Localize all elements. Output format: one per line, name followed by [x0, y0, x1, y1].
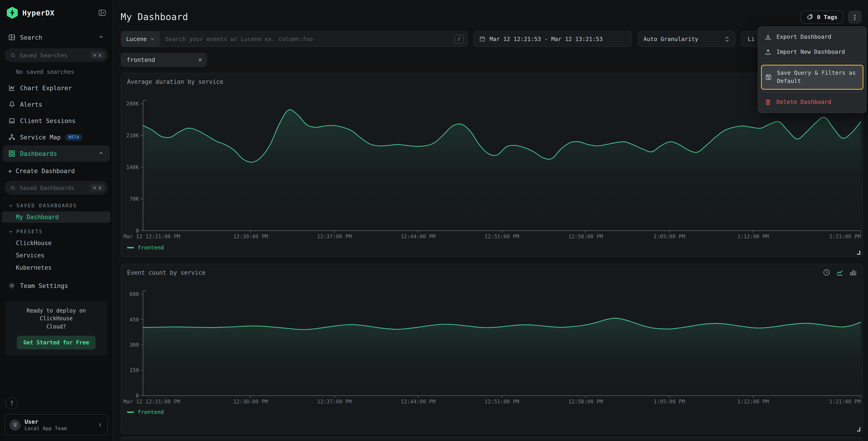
beta-badge: BETA — [65, 134, 83, 141]
menu-divider — [762, 62, 863, 62]
saved-dashboard-my-dashboard[interactable]: My Dashboard — [2, 211, 111, 223]
svg-text:150: 150 — [129, 368, 139, 373]
svg-text:300: 300 — [129, 342, 139, 348]
sidebar-item-chart-explorer[interactable]: Chart Explorer — [0, 80, 113, 96]
avg-duration-chart[interactable]: 070K140K210K280KMar 12 12:21:00 PM12:30:… — [121, 74, 863, 257]
tags-label: 0 Tags — [817, 14, 837, 21]
user-meta: User Local App Team — [25, 418, 93, 432]
panel-resize-handle[interactable] — [857, 427, 860, 432]
dashboard-menu: Export Dashboard Import New Dashboard Sa… — [758, 26, 867, 113]
live-tail-label: Li — [748, 35, 754, 42]
svg-text:12:30:00 PM: 12:30:00 PM — [234, 399, 268, 405]
menu-divider — [762, 92, 863, 92]
help-button[interactable]: ? — [5, 397, 18, 410]
search-icon — [10, 52, 16, 58]
user-name: User — [25, 418, 93, 425]
sidebar-collapse-icon[interactable] — [98, 9, 106, 17]
chart-panel-avg-duration: Average duration by service 070K140K210K… — [121, 73, 863, 257]
sidebar-item-label: Service Map — [20, 134, 61, 141]
svg-text:Mar 12 12:21:00 PM: Mar 12 12:21:00 PM — [123, 399, 180, 405]
bar-chart-icon[interactable] — [849, 269, 857, 276]
create-dashboard-label: + Create Dashboard — [8, 167, 75, 175]
saved-searches-field[interactable] — [20, 52, 87, 59]
menu-item-label: Import New Dashboard — [776, 48, 845, 57]
filter-row: Lucene / Mar 12 12:21:53 - Mar 12 13:21:… — [121, 31, 863, 47]
sidebar-item-dashboards[interactable]: Dashboards — [3, 145, 110, 162]
query-language-select[interactable]: Lucene — [121, 31, 160, 47]
svg-text:0: 0 — [136, 228, 139, 234]
section-saved-dashboards[interactable]: SAVED DASHBOARDS — [0, 197, 113, 211]
event-count-chart[interactable]: 0150300450600Mar 12 12:21:00 PM12:30:00 … — [121, 264, 863, 433]
logo-row: HyperDX — [0, 0, 113, 23]
menu-item-label: Export Dashboard — [776, 33, 831, 41]
chart-explorer-icon — [8, 84, 16, 92]
no-saved-searches-text: No saved searches — [0, 65, 113, 80]
svg-text:Mar 12 12:21:00 PM: Mar 12 12:21:00 PM — [123, 234, 180, 239]
section-presets[interactable]: PRESETS — [0, 223, 113, 237]
chevron-up-icon — [98, 150, 104, 157]
dashboard-menu-button[interactable] — [848, 10, 862, 24]
saved-searches-input[interactable]: ⌘ K — [5, 48, 108, 62]
sidebar-item-label: Search — [20, 34, 42, 41]
svg-text:450: 450 — [129, 317, 139, 323]
tags-button[interactable]: 0 Tags — [801, 10, 843, 24]
download-icon — [765, 34, 771, 40]
query-language-label: Lucene — [126, 35, 147, 42]
saved-dashboards-input[interactable]: ⌘ K — [5, 181, 108, 195]
svg-text:0: 0 — [136, 393, 139, 399]
clock-icon[interactable] — [823, 269, 830, 276]
laptop-icon — [8, 117, 16, 124]
chevron-up-icon — [98, 33, 104, 41]
panel-resize-handle[interactable] — [857, 251, 860, 255]
svg-text:1:12:00 PM: 1:12:00 PM — [737, 234, 769, 239]
gear-icon — [8, 282, 16, 289]
sidebar-item-alerts[interactable]: Alerts — [0, 96, 113, 113]
hyperdx-logo-icon — [6, 7, 18, 19]
save-icon — [765, 74, 772, 81]
upload-icon — [765, 49, 771, 55]
page-title: My Dashboard — [113, 0, 868, 22]
kebab-icon — [851, 13, 858, 21]
chevron-right-icon — [97, 422, 103, 428]
svg-text:12:58:00 PM: 12:58:00 PM — [568, 234, 603, 239]
search-bar: Lucene / — [121, 31, 468, 47]
menu-item-delete-dashboard[interactable]: Delete Dashboard — [761, 95, 863, 110]
granularity-value: Auto Granularity — [644, 35, 699, 42]
svg-text:12:58:00 PM: 12:58:00 PM — [568, 399, 603, 405]
chart-panel-partial — [121, 437, 863, 441]
svg-text:12:51:00 PM: 12:51:00 PM — [485, 234, 519, 239]
user-card[interactable]: U User Local App Team — [5, 414, 108, 436]
sidebar-item-service-map[interactable]: Service Map BETA — [0, 129, 113, 145]
saved-dashboards-field[interactable] — [20, 184, 87, 191]
svg-text:12:30:00 PM: 12:30:00 PM — [234, 234, 268, 239]
preset-clickhouse[interactable]: ClickHouse — [0, 237, 113, 249]
sidebar-item-team-settings[interactable]: Team Settings — [0, 277, 113, 294]
create-dashboard-button[interactable]: + Create Dashboard — [0, 164, 113, 178]
remove-filter-icon[interactable]: × — [198, 57, 202, 63]
app-root: HyperDX Search ⌘ K — [0, 0, 868, 441]
layout-grid-icon — [8, 34, 16, 41]
menu-item-import-dashboard[interactable]: Import New Dashboard — [761, 45, 863, 60]
sidebar-item-search[interactable]: Search — [0, 29, 113, 46]
date-range-value: Mar 12 12:21:53 - Mar 12 13:21:53 — [490, 35, 603, 42]
menu-item-export-dashboard[interactable]: Export Dashboard — [761, 30, 863, 45]
svg-text:12:44:00 PM: 12:44:00 PM — [401, 234, 435, 239]
menu-item-save-query-default[interactable]: Save Query & Filters as Default — [761, 64, 863, 90]
svg-text:210K: 210K — [126, 133, 139, 139]
granularity-select[interactable]: Auto Granularity — [638, 31, 736, 47]
svg-text:1:12:00 PM: 1:12:00 PM — [737, 399, 769, 405]
brand-name: HyperDX — [22, 8, 94, 17]
sidebar-item-client-sessions[interactable]: Client Sessions — [0, 113, 113, 129]
date-range-input[interactable]: Mar 12 12:21:53 - Mar 12 13:21:53 — [473, 31, 632, 47]
preset-kubernetes[interactable]: Kubernetes — [0, 262, 113, 274]
chevron-down-icon — [150, 36, 155, 41]
preset-services[interactable]: Services — [0, 249, 113, 262]
tag-icon — [807, 14, 813, 21]
main-content: My Dashboard 0 Tags Lucene — [113, 0, 868, 441]
get-started-button[interactable]: Get Started for Free — [17, 336, 96, 349]
sidebar-item-label: Dashboards — [20, 150, 57, 157]
svg-text:1:21:00 PM: 1:21:00 PM — [829, 234, 861, 239]
area-chart-icon[interactable] — [836, 269, 843, 276]
search-input[interactable] — [160, 35, 455, 42]
filter-chip-frontend[interactable]: frontend × — [121, 53, 207, 67]
